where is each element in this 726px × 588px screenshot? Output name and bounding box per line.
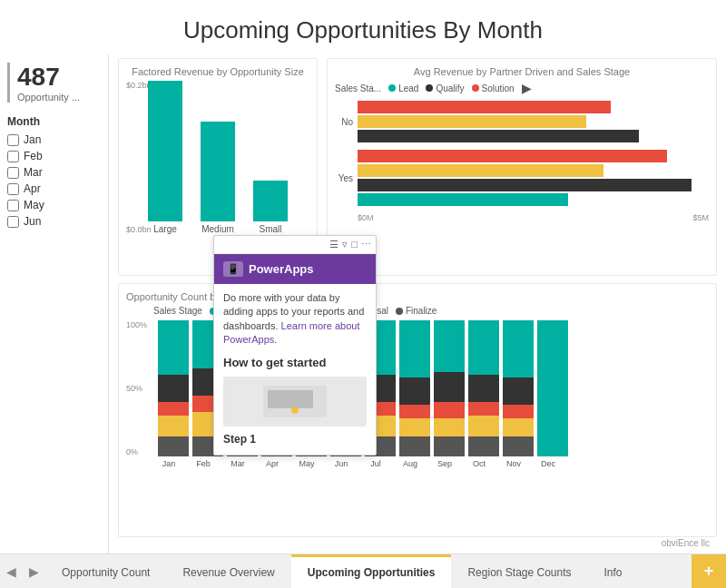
month-label-Feb: Feb	[188, 459, 219, 468]
h-bar-row-no: No	[335, 101, 709, 142]
bar-no-qualify	[358, 115, 586, 128]
bar-no-lead	[358, 130, 639, 142]
legend-finalize: Finalize	[396, 306, 437, 316]
bar-medium	[201, 122, 235, 221]
legend-solution: Solution	[472, 83, 515, 93]
stacked-bar-Nov	[503, 320, 534, 456]
month-label-Nov: Nov	[498, 459, 529, 468]
factored-revenue-title: Factored Revenue by Opportunity Size	[126, 66, 309, 77]
seg-qualify	[468, 375, 499, 402]
month-label-Jun: Jun	[326, 459, 357, 468]
h-bar-chart: Sales Sta... Lead Qualify Solution ▶ No	[335, 81, 709, 244]
kpi-number: 487	[17, 63, 101, 92]
bar-yes-proposal	[358, 164, 603, 177]
popup-step-title: How to get started	[223, 355, 367, 371]
seg-proposal	[468, 416, 499, 436]
opportunity-count-chart: Opportunity Count by Month and Sales Sta…	[118, 283, 717, 537]
sidebar: 487 Opportunity ... Month Jan Feb Mar Ap…	[0, 54, 109, 554]
tab-upcoming-opportunities[interactable]: Upcoming Opportunities	[291, 554, 452, 588]
kpi-label: Opportunity ...	[17, 92, 101, 103]
menu-icon[interactable]: ☰	[329, 239, 338, 250]
tab-region-stage-counts[interactable]: Region Stage Counts	[451, 554, 587, 588]
bar-group-medium: Medium	[201, 122, 235, 234]
bar-small	[253, 181, 288, 221]
bar-yes-qualify	[358, 179, 692, 191]
row-label-no: No	[335, 117, 353, 127]
tab-opportunity-count[interactable]: Opportunity Count	[45, 554, 166, 588]
bar-chart-container: $0.2bn $0.0bn Large Medium	[126, 81, 309, 244]
filter-item-jan[interactable]: Jan	[7, 133, 101, 146]
month-label-Dec: Dec	[533, 459, 564, 468]
seg-solution	[434, 402, 465, 418]
seg-lead	[158, 320, 189, 375]
filter-item-mar[interactable]: Mar	[7, 166, 101, 179]
powerapps-popup: ☰ ▿ □ ⋯ 📱 PowerApps Do more with your da…	[213, 235, 377, 456]
more-icon[interactable]: ⋯	[361, 239, 371, 250]
seg-qualify	[434, 372, 465, 402]
content-area: 487 Opportunity ... Month Jan Feb Mar Ap…	[0, 54, 726, 554]
seg-finalize	[158, 436, 189, 457]
popup-header: 📱 PowerApps	[214, 254, 376, 284]
filter-item-jun[interactable]: Jun	[7, 215, 101, 228]
seg-proposal	[158, 416, 189, 436]
bar-label-medium: Medium	[201, 224, 234, 234]
page-title: Upcoming Opportunities By Month	[0, 0, 726, 54]
tab-prev-button[interactable]: ◀	[0, 554, 23, 588]
y-axis-stacked: 100% 50% 0%	[126, 320, 152, 456]
month-label-Jul: Jul	[360, 459, 391, 468]
seg-solution	[503, 405, 534, 418]
bar-group-no	[358, 101, 709, 142]
h-bar-section: No Yes	[335, 101, 709, 206]
step-image-svg	[259, 381, 331, 422]
month-label-Aug: Aug	[395, 459, 426, 468]
y-val-50: 50%	[126, 384, 152, 393]
tab-bar: ◀ ▶ Opportunity Count Revenue Overview U…	[0, 554, 726, 588]
stacked-bar-Jan	[158, 320, 189, 456]
seg-proposal	[503, 418, 534, 436]
avg-revenue-title: Avg Revenue by Partner Driven and Sales …	[335, 66, 709, 77]
svg-point-2	[291, 407, 299, 414]
month-label-Mar: Mar	[222, 459, 253, 468]
seg-lead	[537, 320, 568, 456]
bar-large	[148, 81, 182, 221]
svg-rect-1	[268, 390, 313, 408]
powerapps-title: PowerApps	[249, 262, 314, 276]
branding: obviEnce llc	[118, 537, 717, 549]
tab-info[interactable]: Info	[588, 554, 639, 588]
tab-add-button[interactable]: +	[692, 554, 726, 588]
seg-finalize	[399, 436, 430, 457]
x-label-5m: $5M	[692, 213, 709, 222]
bar-group-yes	[358, 150, 709, 206]
kpi-box: 487 Opportunity ...	[7, 63, 101, 103]
seg-proposal	[399, 418, 430, 436]
tab-next-button[interactable]: ▶	[23, 554, 45, 588]
bar-area: Large Medium Small	[135, 81, 300, 252]
tab-revenue-overview[interactable]: Revenue Overview	[166, 554, 290, 588]
seg-proposal	[434, 418, 465, 436]
filter-scroll[interactable]: Jan Feb Mar Apr May Jun	[7, 133, 101, 231]
legend-sales-stage-label: Sales Stage	[153, 306, 202, 316]
bar-yes-solution	[358, 150, 667, 162]
legend-expand-icon[interactable]: ▶	[522, 81, 532, 95]
filter-item-feb[interactable]: Feb	[7, 150, 101, 162]
filter-icon[interactable]: ▿	[342, 239, 348, 250]
legend-sales-stage: Sales Sta...	[335, 83, 381, 93]
popup-image	[223, 377, 367, 426]
month-label-Jan: Jan	[153, 459, 184, 468]
seg-solution	[468, 402, 499, 416]
avg-revenue-chart: Avg Revenue by Partner Driven and Sales …	[327, 58, 717, 276]
filter-label: Month	[7, 115, 101, 128]
seg-qualify	[399, 377, 430, 405]
row-label-yes: Yes	[335, 173, 353, 183]
y-val-0: 0%	[126, 447, 152, 456]
y-val-100: 100%	[126, 320, 152, 329]
filter-item-may[interactable]: May	[7, 199, 101, 211]
seg-qualify	[503, 377, 534, 405]
filter-item-apr[interactable]: Apr	[7, 182, 101, 195]
expand-icon[interactable]: □	[351, 239, 358, 250]
stacked-bar-Sep	[434, 320, 465, 456]
stacked-bar-Dec	[537, 320, 568, 456]
legend-lead: Lead	[388, 83, 418, 93]
popup-step-label: Step 1	[223, 432, 367, 447]
legend-row: Sales Sta... Lead Qualify Solution ▶	[335, 81, 709, 95]
